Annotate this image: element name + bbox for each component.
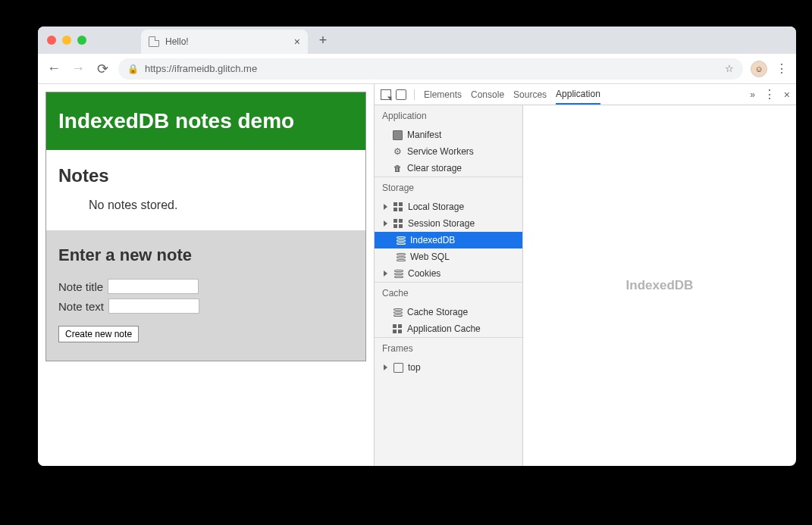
sidebar-item-session-storage[interactable]: Session Storage bbox=[375, 215, 522, 232]
item-label: Cache Storage bbox=[407, 307, 468, 317]
new-note-form: Enter a new note Note title Note text Cr… bbox=[46, 230, 365, 361]
maximize-window-button[interactable] bbox=[77, 36, 86, 45]
tab-strip: Hello! × + bbox=[38, 27, 796, 54]
sidebar-item-cache-storage[interactable]: Cache Storage bbox=[375, 304, 522, 320]
browser-menu-button[interactable]: ⋮ bbox=[775, 61, 788, 76]
devtools-close-button[interactable]: × bbox=[784, 89, 790, 101]
forward-button[interactable]: → bbox=[70, 61, 86, 77]
manifest-icon bbox=[393, 130, 403, 140]
devtools-menu-button[interactable]: ⋮ bbox=[763, 87, 776, 102]
more-tabs-icon[interactable]: » bbox=[750, 89, 755, 100]
sidebar-item-service-workers[interactable]: Service Workers bbox=[375, 143, 522, 160]
inspect-element-icon[interactable] bbox=[381, 89, 391, 100]
sidebar-item-manifest[interactable]: Manifest bbox=[375, 127, 522, 143]
tab-sources[interactable]: Sources bbox=[513, 89, 547, 100]
new-tab-button[interactable]: + bbox=[312, 30, 334, 51]
main-pane-heading: IndexedDB bbox=[626, 278, 694, 293]
expand-icon bbox=[384, 270, 387, 277]
page-file-icon bbox=[149, 36, 159, 47]
sidebar-item-cookies[interactable]: Cookies bbox=[375, 265, 522, 282]
close-window-button[interactable] bbox=[47, 36, 56, 45]
expand-icon bbox=[384, 220, 387, 227]
item-label: top bbox=[408, 362, 421, 373]
item-label: Service Workers bbox=[407, 146, 474, 157]
page-title: IndexedDB notes demo bbox=[58, 109, 353, 133]
sidebar-item-websql[interactable]: Web SQL bbox=[375, 248, 522, 265]
window-controls bbox=[47, 36, 141, 45]
section-application: Application bbox=[375, 105, 522, 127]
item-label: Cookies bbox=[408, 268, 440, 279]
back-button[interactable]: ← bbox=[45, 61, 62, 77]
application-sidebar: Application Manifest Service Workers Cle… bbox=[375, 105, 523, 466]
expand-icon bbox=[384, 204, 387, 210]
note-text-label: Note text bbox=[58, 300, 104, 313]
sidebar-item-application-cache[interactable]: Application Cache bbox=[375, 320, 522, 337]
devtools-main-pane: IndexedDB bbox=[523, 105, 796, 466]
sidebar-item-local-storage[interactable]: Local Storage bbox=[375, 198, 522, 215]
database-icon bbox=[393, 269, 403, 279]
sidebar-item-clear-storage[interactable]: Clear storage bbox=[375, 160, 522, 177]
browser-window: Hello! × + ← → ⟳ 🔒 https://iframeidb.gli… bbox=[38, 27, 796, 466]
note-title-input[interactable] bbox=[108, 279, 199, 294]
page-frame: IndexedDB notes demo Notes No notes stor… bbox=[45, 92, 366, 361]
database-icon bbox=[396, 252, 406, 262]
devtools-tabbar: Elements Console Sources Application » ⋮… bbox=[375, 84, 796, 105]
browser-tab[interactable]: Hello! × bbox=[141, 30, 308, 54]
minimize-window-button[interactable] bbox=[62, 36, 71, 45]
tab-application[interactable]: Application bbox=[556, 89, 600, 105]
reload-button[interactable]: ⟳ bbox=[94, 61, 111, 77]
page-viewport: IndexedDB notes demo Notes No notes stor… bbox=[38, 84, 374, 466]
devtools-inspect-controls bbox=[381, 89, 415, 100]
item-label: IndexedDB bbox=[410, 235, 455, 245]
tab-console[interactable]: Console bbox=[471, 89, 504, 100]
devtools-panel: Elements Console Sources Application » ⋮… bbox=[374, 84, 796, 466]
item-label: Web SQL bbox=[410, 252, 450, 262]
bookmark-star-icon[interactable]: ☆ bbox=[725, 63, 734, 74]
form-heading: Enter a new note bbox=[58, 245, 353, 265]
item-label: Application Cache bbox=[407, 323, 481, 334]
section-frames: Frames bbox=[375, 337, 522, 359]
database-icon bbox=[393, 308, 403, 317]
note-title-label: Note title bbox=[58, 280, 103, 293]
item-label: Manifest bbox=[407, 130, 441, 140]
expand-icon bbox=[384, 364, 387, 370]
item-label: Local Storage bbox=[408, 202, 464, 212]
notes-heading: Notes bbox=[58, 165, 353, 186]
tab-elements[interactable]: Elements bbox=[424, 89, 462, 100]
tab-title: Hello! bbox=[165, 36, 288, 47]
storage-icon bbox=[393, 324, 403, 334]
url-text: https://iframeidb.glitch.me bbox=[145, 63, 257, 74]
profile-avatar[interactable]: ☺ bbox=[751, 61, 767, 77]
section-storage: Storage bbox=[375, 177, 522, 198]
device-toolbar-icon[interactable] bbox=[396, 89, 406, 100]
storage-icon bbox=[393, 202, 403, 212]
address-bar[interactable]: 🔒 https://iframeidb.glitch.me ☆ bbox=[118, 58, 743, 80]
browser-toolbar: ← → ⟳ 🔒 https://iframeidb.glitch.me ☆ ☺ … bbox=[38, 54, 796, 84]
notes-section: Notes No notes stored. bbox=[46, 150, 365, 230]
create-note-button[interactable]: Create new note bbox=[58, 326, 139, 342]
database-icon bbox=[396, 236, 406, 245]
note-text-input[interactable] bbox=[108, 298, 199, 314]
close-tab-button[interactable]: × bbox=[294, 36, 300, 48]
content-split: IndexedDB notes demo Notes No notes stor… bbox=[38, 84, 796, 466]
item-label: Session Storage bbox=[408, 218, 475, 229]
trash-icon bbox=[393, 164, 403, 173]
section-cache: Cache bbox=[375, 282, 522, 304]
devtools-body: Application Manifest Service Workers Cle… bbox=[375, 105, 796, 466]
frame-icon bbox=[393, 363, 403, 373]
sidebar-item-indexeddb[interactable]: IndexedDB bbox=[375, 232, 522, 248]
page-header: IndexedDB notes demo bbox=[46, 92, 365, 150]
sidebar-item-top-frame[interactable]: top bbox=[375, 359, 522, 376]
notes-empty-message: No notes stored. bbox=[58, 198, 353, 212]
lock-icon: 🔒 bbox=[127, 64, 139, 74]
storage-icon bbox=[393, 219, 403, 229]
item-label: Clear storage bbox=[407, 163, 462, 173]
gear-icon bbox=[393, 147, 403, 157]
